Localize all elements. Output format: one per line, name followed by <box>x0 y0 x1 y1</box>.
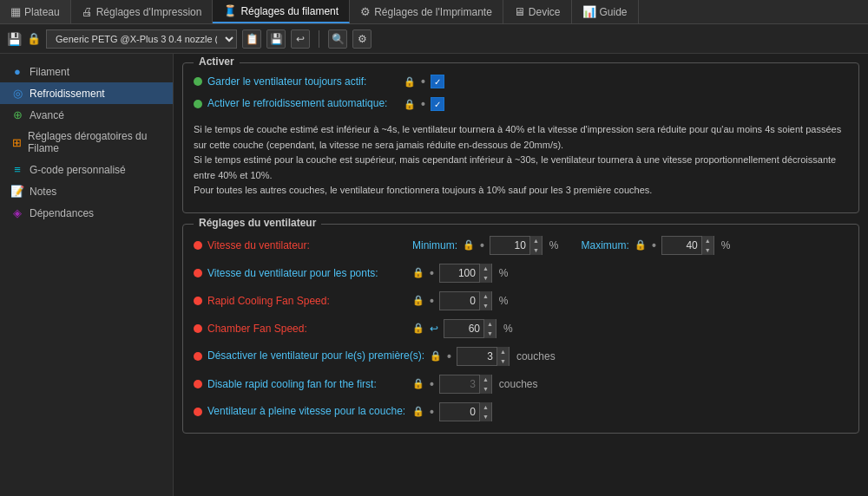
pleine-down[interactable]: ▼ <box>479 412 491 421</box>
sidebar-item-gcode[interactable]: ≡ G-code personnalisé <box>0 159 173 180</box>
lock-rapid: 🔒 <box>412 295 424 306</box>
save-status-icon: 💾 <box>7 32 22 46</box>
chamber-down[interactable]: ▼ <box>483 329 496 338</box>
vitesse-min-field[interactable] <box>490 239 529 251</box>
copy-btn[interactable]: 📋 <box>242 29 261 49</box>
search-btn[interactable]: 🔍 <box>328 29 347 49</box>
undo-btn[interactable]: ↩ <box>291 29 310 49</box>
disable-rapid-down: ▼ <box>479 384 491 394</box>
notes-icon: 📝 <box>10 185 24 198</box>
pleine-up[interactable]: ▲ <box>479 402 491 412</box>
activer-refroidissement-label: Activer le refroidissement automatique: <box>207 97 398 111</box>
ponts-down[interactable]: ▼ <box>479 273 491 283</box>
tab-reglages-filament[interactable]: 🧵 Réglages du filament <box>213 0 350 23</box>
pleine-input[interactable]: ▲ ▼ <box>439 402 492 421</box>
desactiver-down[interactable]: ▼ <box>496 356 509 366</box>
chamber-label: Chamber Fan Speed: <box>207 323 407 335</box>
lock-pleine: 🔒 <box>412 406 424 417</box>
sidebar-item-notes[interactable]: 📝 Notes <box>0 180 173 202</box>
garder-ventilateur-dot <box>194 77 202 86</box>
disable-rapid-dot <box>194 380 202 388</box>
desactiver-up[interactable]: ▲ <box>496 347 509 356</box>
desactiver-field[interactable] <box>457 350 496 362</box>
rapid-field[interactable] <box>440 295 479 307</box>
rapid-unit: % <box>499 295 509 307</box>
avance-icon: ⊕ <box>10 108 24 121</box>
vitesse-max-up[interactable]: ▲ <box>701 236 713 245</box>
dot-rapid: • <box>430 294 434 308</box>
garder-ventilateur-checkbox[interactable]: ✓ <box>431 75 444 88</box>
sidebar-item-dependances[interactable]: ◈ Dépendances <box>0 202 173 224</box>
guide-icon: 📊 <box>582 5 596 18</box>
desactiver-label: Désactiver le ventilateur pour le(s) pre… <box>207 349 424 363</box>
dot-max: • <box>652 238 656 252</box>
sidebar-item-avance[interactable]: ⊕ Avancé <box>0 104 173 126</box>
settings-btn[interactable]: ⚙ <box>352 29 372 49</box>
sidebar-item-reglages-derogatoires[interactable]: ⊞ Réglages dérogatoires du Filame <box>0 126 173 159</box>
tab-plateau[interactable]: ▦ Plateau <box>0 0 71 23</box>
tab-reglages-imprimante[interactable]: ⚙ Réglages de l'Imprimante <box>350 0 503 23</box>
ponts-up[interactable]: ▲ <box>479 264 491 273</box>
activer-refroidissement-checkbox[interactable]: ✓ <box>431 97 444 111</box>
vitesse-max-field[interactable] <box>662 239 701 251</box>
sidebar: ● Filament ◎ Refroidissement ⊕ Avancé ⊞ … <box>0 54 174 496</box>
sidebar-item-filament[interactable]: ● Filament <box>0 61 173 82</box>
maximum-label: Maximum: <box>582 239 629 251</box>
lock-toolbar-icon: 🔒 <box>27 32 41 45</box>
dot-pleine: • <box>430 405 434 419</box>
pleine-field[interactable] <box>440 406 479 418</box>
ponts-field[interactable] <box>440 267 479 279</box>
pleine-dot <box>194 408 202 416</box>
vitesse-max-down[interactable]: ▼ <box>701 245 713 255</box>
dot-ponts: • <box>430 266 434 280</box>
desactiver-input[interactable]: ▲ ▼ <box>457 347 510 366</box>
save-btn[interactable]: 💾 <box>266 29 286 49</box>
disable-rapid-unit: couches <box>499 378 538 390</box>
derogatoires-icon: ⊞ <box>10 136 23 149</box>
device-icon: 🖥 <box>514 5 525 18</box>
vitesse-min-input[interactable]: ▲ ▼ <box>490 236 542 255</box>
tab-device[interactable]: 🖥 Device <box>503 0 572 23</box>
vitesse-max-input[interactable]: ▲ ▼ <box>661 236 714 255</box>
disable-rapid-input: ▲ ▼ <box>439 375 492 394</box>
tab-guide[interactable]: 📊 Guide <box>572 0 639 23</box>
tab-reglages-impression[interactable]: 🖨 Réglages d'Impression <box>71 0 214 23</box>
desactiver-dot <box>194 352 202 361</box>
chamber-dot <box>194 324 202 333</box>
rapid-cooling-row: Rapid Cooling Fan Speed: 🔒 • ▲ ▼ % <box>194 287 848 315</box>
ventilateur-section: Réglages du ventilateur Vitesse du venti… <box>182 224 859 434</box>
filament-tab-icon: 🧵 <box>223 4 237 17</box>
disable-rapid-field <box>440 378 479 390</box>
gcode-icon: ≡ <box>10 163 24 176</box>
rapid-input[interactable]: ▲ ▼ <box>439 291 492 310</box>
chamber-field[interactable] <box>444 323 483 335</box>
dot-2: • <box>421 97 425 111</box>
sidebar-item-refroidissement[interactable]: ◎ Refroidissement <box>0 82 173 104</box>
garder-ventilateur-row: Garder le ventilateur toujours actif: 🔒 … <box>194 70 848 93</box>
rapid-dot <box>194 297 202 305</box>
dot-1: • <box>421 75 425 88</box>
rapid-up[interactable]: ▲ <box>479 291 491 301</box>
lock-icon-2: 🔒 <box>404 99 416 110</box>
chamber-input[interactable]: ▲ ▼ <box>444 319 496 338</box>
profile-selector[interactable]: Generic PETG @X-Plus 3 0.4 nozzle (modif… <box>46 29 237 49</box>
reset-icon[interactable]: ↩ <box>430 323 438 335</box>
chamber-up[interactable]: ▲ <box>483 319 496 329</box>
desactiver-premiere-row: Désactiver le ventilateur pour le(s) pre… <box>194 343 848 370</box>
ventilateur-title: Réglages du ventilateur <box>194 217 321 229</box>
vitesse-min-down[interactable]: ▼ <box>529 245 542 255</box>
disable-rapid-arrows: ▲ ▼ <box>479 375 491 394</box>
refroidissement-icon: ◎ <box>10 87 24 100</box>
imprimante-icon: ⚙ <box>360 5 371 18</box>
tab-bar: ▦ Plateau 🖨 Réglages d'Impression 🧵 Régl… <box>0 0 868 24</box>
desactiver-arrows: ▲ ▼ <box>496 347 509 366</box>
ponts-input[interactable]: ▲ ▼ <box>439 264 492 283</box>
vitesse-min-up[interactable]: ▲ <box>529 236 542 245</box>
activer-refroidissement-dot <box>194 100 202 108</box>
plateau-icon: ▦ <box>10 5 21 18</box>
rapid-down[interactable]: ▼ <box>479 301 491 310</box>
lock-ponts: 🔒 <box>412 267 424 278</box>
lock-max: 🔒 <box>635 239 647 251</box>
dot-disable-rapid: • <box>430 377 434 391</box>
main-layout: ● Filament ◎ Refroidissement ⊕ Avancé ⊞ … <box>0 54 868 496</box>
